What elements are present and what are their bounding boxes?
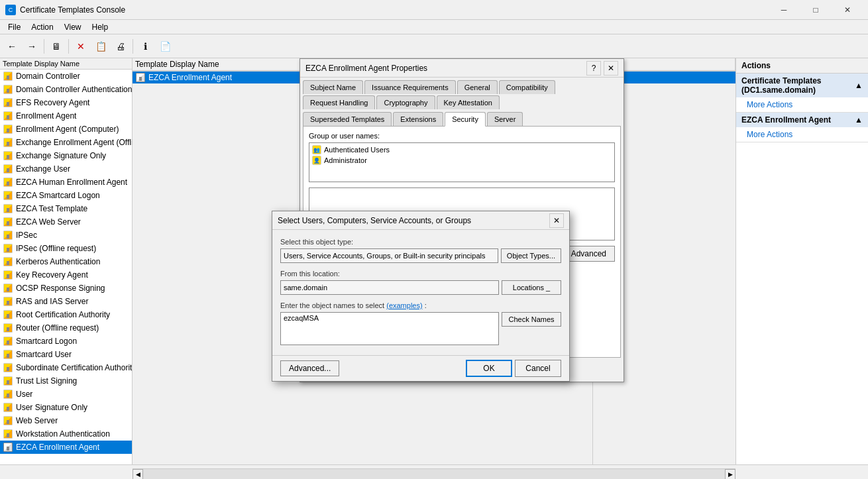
names-textarea[interactable]: ezcaqMSA: [280, 312, 499, 345]
toolbar-doc[interactable]: 📄: [156, 37, 174, 56]
tree-item-15[interactable]: Key Recovery Agent: [0, 268, 132, 282]
footer-left: Advanced...: [280, 360, 339, 376]
names-label: Enter the object names to select (exampl…: [280, 301, 561, 309]
tree-item-28[interactable]: EZCA Enrollment Agent: [0, 441, 132, 454]
minimize-button[interactable]: ─: [769, 0, 799, 20]
examples-link[interactable]: (examples): [386, 301, 422, 309]
bg-advanced-button[interactable]: Advanced: [563, 246, 615, 262]
tab-security[interactable]: Security: [445, 112, 486, 127]
tab-subject-name[interactable]: Subject Name: [303, 80, 363, 94]
tab-compatibility[interactable]: Compatibility: [499, 80, 555, 94]
tab-key-attestation[interactable]: Key Attestation: [437, 95, 500, 109]
check-names-button[interactable]: Check Names: [502, 312, 561, 327]
toolbar-computer[interactable]: 🖥: [47, 37, 66, 56]
fg-dialog-close-button[interactable]: ✕: [549, 213, 564, 228]
tree-item-0[interactable]: Domain Controller: [0, 70, 132, 83]
tree-item-17[interactable]: RAS and IAS Server: [0, 295, 132, 308]
toolbar-sep1: [44, 39, 44, 54]
user-item-1[interactable]: 👤 Administrator: [311, 155, 613, 166]
tab-extensions[interactable]: Extensions: [393, 112, 443, 126]
tree-item-25[interactable]: User Signature Only: [0, 401, 132, 414]
tree-item-8[interactable]: EZCA Human Enrollment Agent: [0, 176, 132, 189]
menu-action[interactable]: Action: [26, 21, 58, 33]
fg-cancel-button[interactable]: Cancel: [515, 360, 561, 377]
tree-item-4[interactable]: Enrollment Agent (Computer): [0, 123, 132, 136]
object-type-label: Select this object type:: [280, 238, 561, 246]
tree-item-9[interactable]: EZCA Smartcard Logon: [0, 189, 132, 202]
toolbar-sep3: [133, 39, 133, 54]
cert-icon-22: [3, 362, 13, 373]
tab-request-handling[interactable]: Request Handling: [303, 95, 375, 109]
tree-item-13[interactable]: IPSec (Offline request): [0, 242, 132, 255]
title-bar: C Certificate Templates Console ─ □ ✕: [0, 0, 868, 20]
tree-item-10[interactable]: EZCA Test Template: [0, 202, 132, 215]
tree-item-21[interactable]: Smartcard User: [0, 348, 132, 361]
tree-item-27[interactable]: Workstation Authentication: [0, 427, 132, 441]
cert-icon-7: [3, 164, 13, 174]
tree-item-12[interactable]: IPSec: [0, 229, 132, 242]
tree-item-22[interactable]: Subordinate Certification Authority: [0, 361, 132, 374]
scroll-left-btn[interactable]: ◀: [133, 469, 143, 480]
fg-dialog-footer: Advanced... OK Cancel: [272, 355, 569, 381]
locations-button[interactable]: Locations _: [502, 280, 561, 295]
tree-item-11[interactable]: EZCA Web Server: [0, 215, 132, 229]
cert-icon-18: [3, 309, 13, 320]
tab-general[interactable]: General: [457, 80, 498, 94]
tree-item-3[interactable]: Enrollment Agent: [0, 109, 132, 123]
tree-item-6[interactable]: Exchange Signature Only: [0, 149, 132, 162]
menu-file[interactable]: File: [3, 21, 26, 33]
menu-view[interactable]: View: [59, 21, 87, 33]
tree-item-20[interactable]: Smartcard Logon: [0, 335, 132, 348]
fg-advanced-button[interactable]: Advanced...: [280, 360, 339, 376]
actions-more-1[interactable]: More Actions: [736, 127, 868, 142]
users-listbox[interactable]: 👥 Authenticated Users 👤 Administrator: [309, 142, 615, 182]
fg-ok-button[interactable]: OK: [466, 360, 512, 377]
cert-icon-26: [3, 415, 13, 426]
tree-item-14[interactable]: Kerberos Authentication: [0, 255, 132, 268]
toolbar-copy[interactable]: 📋: [91, 37, 110, 56]
menu-help[interactable]: Help: [87, 21, 114, 33]
main-layout: Template Display Name Domain Controller …: [0, 58, 868, 464]
close-button[interactable]: ✕: [832, 0, 863, 20]
tab-cryptography[interactable]: Cryptography: [376, 95, 435, 109]
toolbar-back[interactable]: ←: [3, 37, 21, 56]
toolbar-forward[interactable]: →: [23, 37, 41, 56]
scroll-right-btn[interactable]: ▶: [725, 469, 735, 480]
row-template-name: EZCA Enrollment Agent: [135, 72, 307, 83]
tree-item-7[interactable]: Exchange User: [0, 162, 132, 176]
tab-server[interactable]: Server: [487, 112, 523, 126]
tree-item-19[interactable]: Router (Offline request): [0, 321, 132, 335]
location-input[interactable]: [280, 280, 499, 295]
actions-section-title-1[interactable]: EZCA Enrollment Agent ▲: [736, 113, 868, 127]
actions-section-title-0[interactable]: Certificate Templates (DC1.same.domain) …: [736, 74, 868, 97]
cert-icon-24: [3, 389, 13, 399]
object-types-button[interactable]: Object Types...: [501, 248, 561, 263]
tree-item-18[interactable]: Root Certification Authority: [0, 308, 132, 321]
actions-section-0: Certificate Templates (DC1.same.domain) …: [736, 74, 868, 113]
tab-superseded[interactable]: Superseded Templates: [303, 112, 392, 126]
tree-item-24[interactable]: User: [0, 388, 132, 401]
fg-dialog: Select Users, Computers, Service Account…: [272, 211, 570, 382]
cert-icon-20: [3, 336, 13, 346]
bg-dialog-help-button[interactable]: ?: [586, 61, 601, 76]
tree-item-2[interactable]: EFS Recovery Agent: [0, 96, 132, 109]
tree-item-23[interactable]: Trust List Signing: [0, 374, 132, 388]
tree-item-26[interactable]: Web Server: [0, 414, 132, 427]
object-type-input[interactable]: [280, 248, 498, 263]
h-scrollbar[interactable]: ◀ ▶: [133, 468, 735, 479]
bg-dialog-close-button[interactable]: ✕: [604, 61, 618, 76]
toolbar-sep2: [68, 39, 69, 54]
tree-item-16[interactable]: OCSP Response Signing: [0, 282, 132, 295]
user-item-0[interactable]: 👥 Authenticated Users: [311, 144, 613, 155]
toolbar-info[interactable]: ℹ: [136, 37, 154, 56]
col-header-template-name[interactable]: Template Display Name: [133, 58, 305, 71]
toolbar-print[interactable]: 🖨: [111, 37, 130, 56]
actions-more-0[interactable]: More Actions: [736, 97, 868, 112]
tree-item-1[interactable]: Domain Controller Authentication: [0, 83, 132, 96]
cert-icon-6: [3, 150, 13, 161]
toolbar-delete[interactable]: ✕: [72, 37, 90, 56]
tab-issuance[interactable]: Issuance Requirements: [364, 80, 456, 94]
maximize-button[interactable]: □: [800, 0, 831, 20]
cert-icon-8: [3, 177, 13, 187]
tree-item-5[interactable]: Exchange Enrollment Agent (Offline requ.…: [0, 136, 132, 149]
